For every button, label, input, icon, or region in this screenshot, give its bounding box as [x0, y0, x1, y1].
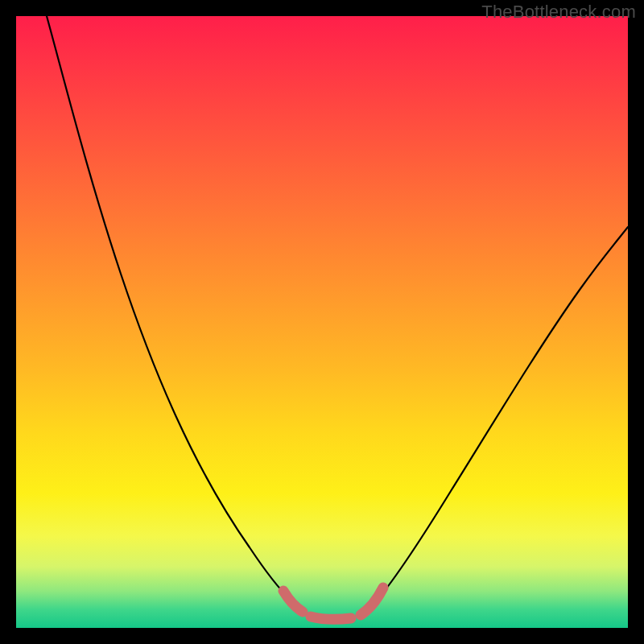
- curve-overlay: [16, 16, 628, 628]
- chart-frame: TheBottleneck.com: [0, 0, 644, 644]
- gradient-plot-area: [16, 16, 628, 628]
- right-curve: [377, 227, 628, 601]
- valley-highlight-right: [361, 588, 383, 615]
- valley-highlight-left: [283, 591, 303, 612]
- left-curve: [47, 16, 290, 599]
- valley-highlight-bottom: [311, 617, 351, 619]
- watermark-text: TheBottleneck.com: [481, 2, 636, 23]
